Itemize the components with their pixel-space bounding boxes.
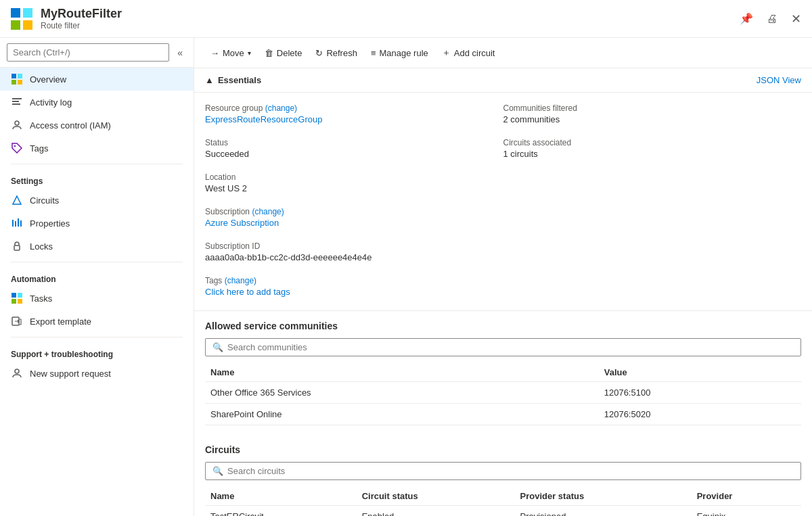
collapse-button[interactable]: «: [173, 46, 187, 60]
overview-icon: [11, 73, 23, 85]
tasks-label: Tasks: [30, 294, 52, 304]
svg-rect-17: [20, 220, 22, 227]
tags-value-link[interactable]: Click here to add tags: [205, 287, 290, 297]
add-circuit-button[interactable]: ＋ Add circuit: [436, 43, 501, 62]
svg-rect-5: [18, 74, 22, 78]
svg-rect-16: [18, 218, 19, 227]
circuit-name: TestERCircuit: [205, 506, 357, 517]
svg-point-12: [14, 145, 16, 147]
delete-button[interactable]: 🗑 Delete: [259, 45, 308, 62]
svg-rect-14: [12, 220, 14, 227]
circuits-section: Circuits 🔍 Name Circuit status Provider …: [194, 435, 812, 516]
settings-section-label: Settings: [0, 168, 194, 189]
move-icon: →: [210, 48, 219, 58]
subscription-id-item: Subscription ID aaaa0a0a-bb1b-cc2c-dd3d-…: [205, 239, 503, 268]
svg-rect-4: [12, 74, 16, 78]
subscription-value-link[interactable]: Azure Subscription: [205, 218, 279, 228]
resource-group-value-link[interactable]: ExpressRouteResourceGroup: [205, 114, 322, 124]
communities-search-input[interactable]: [227, 342, 794, 352]
resource-group-change-link[interactable]: (change): [265, 103, 297, 113]
circuits-search-box[interactable]: 🔍: [205, 462, 801, 480]
tags-item: Tags (change) Click here to add tags: [205, 273, 503, 302]
svg-rect-10: [12, 103, 20, 105]
access-control-icon: [11, 119, 23, 131]
sidebar-item-access-control[interactable]: Access control (IAM): [0, 114, 194, 137]
status-item: Status Succeeded: [205, 135, 503, 164]
subscription-change-link[interactable]: (change): [252, 207, 284, 216]
search-bar: «: [0, 38, 194, 68]
export-icon: [11, 315, 23, 327]
delete-icon: 🗑: [265, 48, 273, 58]
communities-section: Allowed service communities 🔍 Name Value…: [194, 311, 812, 435]
svg-rect-18: [14, 245, 20, 250]
svg-point-11: [15, 121, 19, 125]
location-item: Location West US 2: [205, 170, 503, 199]
resource-group-item: Resource group (change) ExpressRouteReso…: [205, 101, 503, 130]
communities-filtered-label: Communities filtered: [503, 103, 802, 113]
table-row: TestERCircuitEnabledProvisionedEquinix: [205, 506, 801, 517]
sidebar-item-tags[interactable]: Tags: [0, 137, 194, 160]
subscription-label: Subscription (change): [205, 207, 503, 216]
manage-rule-icon: ≡: [371, 48, 376, 58]
tasks-icon: [11, 292, 23, 304]
essentials-grid: Resource group (change) ExpressRouteReso…: [194, 93, 812, 311]
refresh-icon: ↻: [315, 48, 323, 58]
tags-icon: [11, 142, 23, 154]
json-view-link[interactable]: JSON View: [757, 75, 801, 85]
location-value: West US 2: [205, 183, 503, 193]
svg-rect-7: [18, 80, 22, 85]
search-input[interactable]: [7, 43, 169, 62]
sidebar-item-overview[interactable]: Overview: [0, 68, 194, 91]
essentials-header: ▲ Essentials JSON View: [194, 68, 812, 93]
sidebar-item-export-template[interactable]: Export template: [0, 310, 194, 333]
sidebar-item-locks[interactable]: Locks: [0, 235, 194, 258]
tags-label: Tags: [30, 143, 48, 154]
sidebar-item-properties[interactable]: Properties: [0, 212, 194, 235]
support-section-label: Support + troubleshooting: [0, 342, 194, 362]
sidebar-item-activity-log[interactable]: Activity log: [0, 91, 194, 114]
export-template-label: Export template: [30, 316, 91, 327]
communities-filtered-item: Communities filtered 2 communities: [503, 101, 802, 130]
content-area: → Move ▾ 🗑 Delete ↻ Refresh ≡ Manage rul…: [194, 38, 812, 516]
access-control-label: Access control (IAM): [30, 120, 111, 131]
circuits-search-input[interactable]: [227, 466, 794, 476]
essentials-title: ▲ Essentials: [205, 75, 261, 85]
manage-rule-button[interactable]: ≡ Manage rule: [365, 45, 434, 62]
circuits-icon: [11, 194, 23, 206]
tags-change-link[interactable]: (change): [225, 276, 256, 285]
circuits-table: Name Circuit status Provider status Prov…: [205, 487, 801, 516]
support-icon: [11, 367, 23, 379]
pin-button[interactable]: 📌: [737, 9, 756, 28]
svg-rect-2: [11, 20, 20, 30]
circuits-associated-item: Circuits associated 1 circuits: [503, 135, 802, 164]
svg-rect-9: [12, 101, 19, 102]
close-button[interactable]: ✕: [791, 11, 801, 26]
header-title-group: MyRouteFilter Route filter: [41, 7, 737, 30]
print-button[interactable]: 🖨: [764, 10, 780, 28]
activity-log-label: Activity log: [30, 97, 72, 108]
sidebar-item-circuits[interactable]: Circuits: [0, 189, 194, 212]
communities-table: Name Value Other Office 365 Services1207…: [205, 363, 801, 425]
svg-rect-19: [12, 293, 16, 298]
circuits-col-name: Name: [205, 487, 357, 506]
status-label: Status: [205, 138, 503, 147]
sidebar-item-new-support[interactable]: New support request: [0, 362, 194, 385]
svg-rect-22: [18, 299, 22, 304]
sidebar-item-tasks[interactable]: Tasks: [0, 287, 194, 310]
sidebar: « Overview Acti: [0, 38, 194, 516]
activity-log-icon: [11, 96, 23, 108]
automation-section-label: Automation: [0, 266, 194, 287]
page-subtitle: Route filter: [41, 21, 737, 30]
communities-search-box[interactable]: 🔍: [205, 338, 801, 356]
resource-icon: [11, 8, 32, 30]
move-button[interactable]: → Move ▾: [205, 45, 256, 62]
refresh-button[interactable]: ↻ Refresh: [310, 45, 363, 62]
community-value: 12076:5020: [599, 404, 801, 425]
svg-rect-20: [18, 293, 22, 298]
page-header: MyRouteFilter Route filter 📌 🖨 ✕: [0, 0, 812, 38]
essentials-chevron-icon: ▲: [205, 75, 214, 85]
svg-marker-13: [13, 196, 21, 204]
provider-status: Provisioned: [515, 506, 692, 517]
svg-rect-1: [23, 8, 32, 18]
subscription-item: Subscription (change) Azure Subscription: [205, 204, 503, 233]
